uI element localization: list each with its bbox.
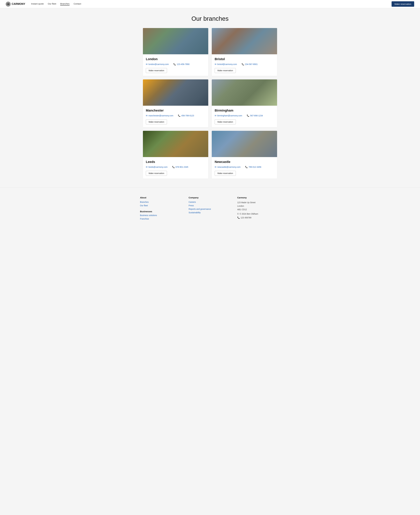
- navbar: CARMONY Instant quote Our fleet Branches…: [0, 0, 420, 8]
- branch-card-birmingham: Birmingham ✉ birmingham@carmony.com 📞 56…: [212, 79, 277, 127]
- email-icon: ✉: [215, 115, 217, 117]
- card-body: Newcastle ✉ newcastle@carmony.com 📞 789-…: [212, 157, 277, 179]
- branch-image-leeds: [143, 131, 208, 157]
- footer-about-heading: About: [140, 196, 183, 199]
- footer-company-col: Company Careers Press Reports and govern…: [188, 196, 231, 221]
- branch-phone-text: 123-456-7890: [177, 63, 189, 65]
- footer-link-branches[interactable]: Branches: [140, 201, 183, 203]
- main-content: Our branches London ✉ london@carmony.com…: [140, 8, 280, 187]
- nav-our-fleet[interactable]: Our fleet: [48, 2, 56, 6]
- branch-email[interactable]: ✉ birmingham@carmony.com: [215, 115, 242, 117]
- branch-image-newcastle: [212, 131, 277, 157]
- branches-grid: London ✉ london@carmony.com 📞 123-456-78…: [143, 28, 277, 179]
- footer-link-sustainability[interactable]: Sustainability: [188, 211, 231, 214]
- branch-make-reservation-button[interactable]: Make reservation: [146, 171, 167, 176]
- branch-email[interactable]: ✉ newcastle@carmony.com: [215, 166, 240, 168]
- branch-phone-text: 678-901-2345: [176, 166, 188, 168]
- footer-link-press[interactable]: Press: [188, 204, 231, 207]
- branch-card-leeds: Leeds ✉ leeds@carmony.com 📞 678-901-2345…: [143, 131, 208, 179]
- card-body: Manchester ✉ manchester@carmony.com 📞 45…: [143, 106, 208, 127]
- branch-image-manchester: [143, 79, 208, 106]
- footer-businesses-heading: Businesses: [140, 210, 183, 213]
- branch-phone-text: 567-890-1234: [250, 115, 263, 117]
- footer-link-business-solutions[interactable]: Business solutions: [140, 214, 183, 216]
- branch-card-bristol: Bristol ✉ bristol@carmony.com 📞 234-567-…: [212, 28, 277, 76]
- footer-address-line1: 123 Made Up Street: [237, 201, 280, 204]
- email-icon: ✉: [215, 166, 217, 168]
- branch-email[interactable]: ✉ bristol@carmony.com: [215, 63, 237, 65]
- branch-email-text: bristol@carmony.com: [217, 63, 237, 65]
- footer-link-careers[interactable]: Careers: [188, 201, 231, 203]
- card-body: Birmingham ✉ birmingham@carmony.com 📞 56…: [212, 106, 277, 127]
- footer-link-reports[interactable]: Reports and governance: [188, 208, 231, 210]
- branch-email-text: manchester@carmony.com: [149, 115, 173, 117]
- branch-make-reservation-button[interactable]: Make reservation: [215, 68, 236, 73]
- footer-link-our-fleet[interactable]: Our fleet: [140, 204, 183, 207]
- nav-instant-quote[interactable]: Instant quote: [31, 2, 44, 6]
- branch-contacts: ✉ newcastle@carmony.com 📞 789-012-3456: [215, 166, 274, 168]
- branch-phone[interactable]: 📞 123-456-7890: [173, 63, 189, 65]
- email-icon: ✉: [146, 166, 148, 168]
- branch-contacts: ✉ london@carmony.com 📞 123-456-7890: [146, 63, 205, 65]
- phone-icon: 📞: [242, 63, 244, 65]
- branch-city: London: [146, 57, 205, 61]
- phone-icon: 📞: [172, 166, 175, 168]
- branch-email[interactable]: ✉ manchester@carmony.com: [146, 115, 173, 117]
- branch-email[interactable]: ✉ london@carmony.com: [146, 63, 169, 65]
- footer-link-franchise[interactable]: Franchise: [140, 218, 183, 220]
- branch-card-london: London ✉ london@carmony.com 📞 123-456-78…: [143, 28, 208, 76]
- footer-phone: 📞 123 456789: [237, 216, 280, 219]
- branch-card-manchester: Manchester ✉ manchester@carmony.com 📞 45…: [143, 79, 208, 127]
- branch-make-reservation-button[interactable]: Make reservation: [215, 171, 236, 176]
- phone-icon: 📞: [173, 63, 176, 65]
- footer: About Branches Our fleet Businesses Busi…: [0, 187, 420, 227]
- footer-about-col: About Branches Our fleet Businesses Busi…: [140, 196, 183, 221]
- nav-links: Instant quote Our fleet Branches Contact: [31, 2, 391, 6]
- footer-inner: About Branches Our fleet Businesses Busi…: [140, 196, 280, 221]
- branch-email-text: london@carmony.com: [149, 63, 169, 65]
- branch-contacts: ✉ birmingham@carmony.com 📞 567-890-1234: [215, 115, 274, 117]
- logo-text: CARMONY: [12, 2, 25, 6]
- branch-email[interactable]: ✉ leeds@carmony.com: [146, 166, 168, 168]
- card-body: Bristol ✉ bristol@carmony.com 📞 234-567-…: [212, 54, 277, 76]
- branch-city: Leeds: [146, 160, 205, 164]
- phone-icon: 📞: [245, 166, 248, 168]
- branch-image-london: [143, 28, 208, 54]
- branch-contacts: ✉ leeds@carmony.com 📞 678-901-2345: [146, 166, 205, 168]
- nav-branches[interactable]: Branches: [60, 2, 69, 6]
- branch-make-reservation-button[interactable]: Make reservation: [215, 119, 236, 124]
- branch-email-text: leeds@carmony.com: [149, 166, 168, 168]
- email-icon: ✉: [146, 63, 148, 65]
- card-body: Leeds ✉ leeds@carmony.com 📞 678-901-2345…: [143, 157, 208, 179]
- phone-icon: 📞: [247, 115, 249, 117]
- phone-icon: 📞: [237, 216, 240, 219]
- branch-phone[interactable]: 📞 567-890-1234: [247, 115, 263, 117]
- branch-image-bristol: [212, 28, 277, 54]
- card-body: London ✉ london@carmony.com 📞 123-456-78…: [143, 54, 208, 76]
- footer-copyright: © © 2024 Ben Oldham: [237, 213, 280, 215]
- branch-card-newcastle: Newcastle ✉ newcastle@carmony.com 📞 789-…: [212, 131, 277, 179]
- page-title: Our branches: [143, 15, 277, 22]
- branch-phone[interactable]: 📞 456-789-0123: [178, 115, 194, 117]
- nav-make-reservation-button[interactable]: Make reservation: [391, 1, 414, 7]
- copyright-icon: ©: [237, 213, 239, 215]
- branch-email-text: birmingham@carmony.com: [217, 115, 242, 117]
- logo[interactable]: CARMONY: [6, 2, 25, 7]
- footer-company-heading: Company: [188, 196, 231, 199]
- footer-carmony-col: Carmony 123 Made Up Street London AB1 CD…: [237, 196, 280, 221]
- email-icon: ✉: [215, 63, 217, 65]
- branch-phone[interactable]: 📞 789-012-3456: [245, 166, 261, 168]
- branch-phone-text: 789-012-3456: [248, 166, 261, 168]
- branch-phone[interactable]: 📞 234-567-8901: [242, 63, 258, 65]
- footer-address-line2: London: [237, 204, 280, 208]
- branch-image-birmingham: [212, 79, 277, 106]
- branch-make-reservation-button[interactable]: Make reservation: [146, 68, 167, 73]
- branch-phone-text: 456-789-0123: [181, 115, 194, 117]
- branch-phone[interactable]: 📞 678-901-2345: [172, 166, 188, 168]
- branch-city: Bristol: [215, 57, 274, 61]
- nav-contact[interactable]: Contact: [74, 2, 81, 6]
- phone-icon: 📞: [178, 115, 180, 117]
- footer-copyright-text: © 2024 Ben Oldham: [240, 213, 258, 215]
- branch-make-reservation-button[interactable]: Make reservation: [146, 119, 167, 124]
- footer-phone-text: 123 456789: [241, 216, 251, 219]
